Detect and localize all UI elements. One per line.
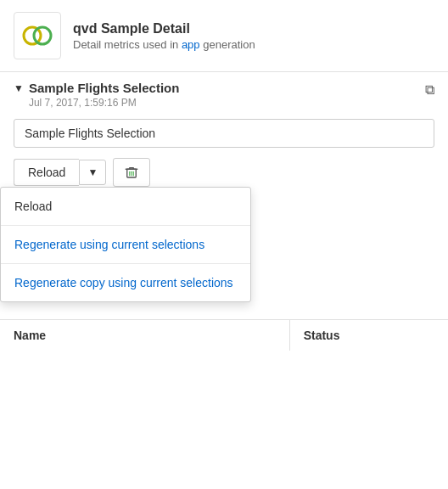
toolbar: Reload ▼ Reload Regenerate using current… (0, 155, 448, 187)
app-subtitle: Detail metrics used in app generation (73, 38, 255, 51)
dropdown-toggle-button[interactable]: ▼ (79, 160, 106, 185)
dropdown-item-reload[interactable]: Reload (1, 188, 250, 226)
subtitle-end: generation (200, 38, 255, 51)
section-left: ▼ Sample Flights Selection Jul 7, 2017, … (14, 81, 179, 109)
app-title: qvd Sample Detail (73, 21, 255, 37)
section-title: Sample Flights Selection (29, 81, 180, 95)
section-header: ▼ Sample Flights Selection Jul 7, 2017, … (0, 72, 448, 114)
column-status: Status (290, 320, 448, 351)
delete-button[interactable] (113, 158, 150, 187)
header-text-block: qvd Sample Detail Detail metrics used in… (73, 21, 255, 51)
search-input[interactable] (14, 119, 434, 148)
app-logo (14, 12, 61, 59)
subtitle-highlight: app (182, 38, 200, 51)
table-header-row: Name Status (0, 319, 448, 351)
table-body (0, 351, 448, 419)
reload-button[interactable]: Reload (14, 159, 79, 186)
section-info: Sample Flights Selection Jul 7, 2017, 1:… (29, 81, 180, 109)
dropdown-item-regenerate[interactable]: Regenerate using current selections (1, 226, 250, 264)
chevron-down-icon[interactable]: ▼ (14, 82, 24, 94)
search-container (0, 114, 448, 155)
dropdown-item-regenerate-copy[interactable]: Regenerate copy using current selections (1, 264, 250, 301)
section-timestamp: Jul 7, 2017, 1:59:16 PM (29, 97, 180, 109)
trash-icon (124, 165, 139, 180)
chevron-down-icon: ▼ (87, 166, 98, 178)
column-name: Name (0, 320, 290, 351)
external-link-icon[interactable]: ⧉ (425, 82, 434, 98)
svg-point-1 (34, 27, 51, 44)
subtitle-start: Detail metrics used in (73, 38, 182, 51)
dropdown-menu: Reload Regenerate using current selectio… (0, 187, 251, 302)
app-header: qvd Sample Detail Detail metrics used in… (0, 0, 448, 72)
